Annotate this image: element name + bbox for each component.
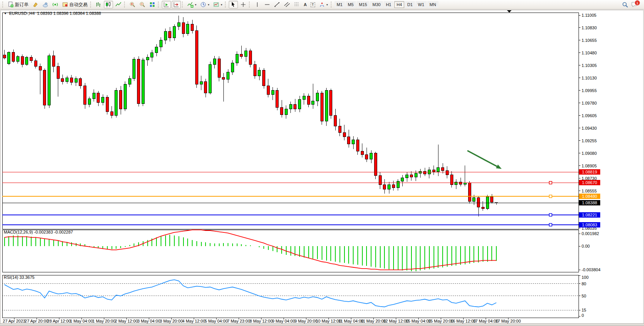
svg-text:1.08221: 1.08221 bbox=[582, 213, 597, 217]
chart-expander-icon[interactable]: ▼ bbox=[4, 12, 7, 15]
svg-text:1.10130: 1.10130 bbox=[582, 76, 597, 80]
toolbar-grip bbox=[225, 2, 227, 8]
text-label-icon: T bbox=[311, 2, 315, 7]
templates-button[interactable]: ▾ bbox=[212, 1, 224, 8]
zoom-out-button[interactable] bbox=[138, 1, 147, 8]
svg-text:8 May 12:00: 8 May 12:00 bbox=[250, 319, 273, 323]
horizontal-line-icon bbox=[264, 2, 270, 8]
crosshair-tool-button[interactable] bbox=[239, 1, 248, 8]
svg-text:1.10305: 1.10305 bbox=[582, 63, 597, 68]
indicators-icon bbox=[187, 2, 193, 8]
cursor-tool-button[interactable] bbox=[229, 1, 238, 8]
timeframe-m1-button[interactable]: M1 bbox=[335, 1, 345, 8]
svg-text:1.08555: 1.08555 bbox=[582, 189, 597, 193]
timeframe-w1-button[interactable]: W1 bbox=[416, 1, 427, 8]
pane-frames bbox=[0, 10, 643, 324]
new-order-button[interactable]: 新订单 bbox=[6, 1, 30, 8]
autotrading-icon bbox=[62, 2, 68, 8]
indicators-button[interactable]: ▾ bbox=[186, 1, 198, 8]
zoom-in-button[interactable] bbox=[128, 1, 137, 8]
tile-windows-button[interactable] bbox=[148, 1, 157, 8]
svg-text:80: 80 bbox=[582, 281, 586, 286]
svg-text:27 Apr 2023: 27 Apr 2023 bbox=[3, 319, 25, 323]
toolbar-grip bbox=[158, 2, 160, 8]
svg-text:17 May 20:00: 17 May 20:00 bbox=[496, 319, 521, 323]
bar-chart-button[interactable] bbox=[94, 1, 103, 8]
shapes-tool-button[interactable]: ▾ bbox=[317, 1, 330, 8]
svg-text:4 May 12:00: 4 May 12:00 bbox=[182, 319, 206, 323]
svg-text:1.09955: 1.09955 bbox=[582, 88, 597, 93]
search-icon[interactable] bbox=[622, 2, 628, 8]
signals-button[interactable] bbox=[51, 1, 60, 8]
hline-drag-handle[interactable] bbox=[549, 213, 552, 216]
svg-text:0: 0 bbox=[582, 313, 584, 318]
toolbar-right: 1 bbox=[622, 2, 642, 8]
timeframe-mn-button[interactable]: MN bbox=[427, 1, 438, 8]
line-chart-button[interactable] bbox=[114, 1, 123, 8]
toolbar-grip bbox=[2, 2, 4, 8]
zoom-in-icon bbox=[129, 2, 135, 8]
vertical-line-icon bbox=[254, 2, 260, 8]
svg-text:3 May 20:00: 3 May 20:00 bbox=[160, 319, 183, 323]
text-tool-button[interactable]: A bbox=[302, 1, 308, 8]
chart-shift-button[interactable] bbox=[172, 1, 181, 8]
timeframe-m5-button[interactable]: M5 bbox=[346, 1, 356, 8]
timeframe-h1-button[interactable]: H1 bbox=[384, 1, 394, 8]
trendline-tool-button[interactable] bbox=[273, 1, 282, 8]
timeframe-h4-button[interactable]: H4 bbox=[394, 1, 404, 8]
vertical-line-tool-button[interactable] bbox=[253, 1, 262, 8]
toolbar-grip bbox=[331, 2, 333, 8]
timeframe-m15-button[interactable]: M15 bbox=[357, 1, 369, 8]
svg-text:1.09080: 1.09080 bbox=[582, 151, 597, 156]
timeframe-m30-button[interactable]: M30 bbox=[370, 1, 383, 8]
notifications-button[interactable]: 1 bbox=[631, 2, 638, 8]
crosshair-icon bbox=[240, 2, 246, 8]
auto-scroll-icon bbox=[163, 2, 169, 8]
toolbar-group-zoom bbox=[123, 0, 157, 9]
svg-text:1.08730: 1.08730 bbox=[582, 176, 597, 181]
chart-shift-marker[interactable] bbox=[507, 10, 512, 13]
text-label-tool-button[interactable]: T bbox=[309, 1, 317, 8]
toolbar-group-chart-type bbox=[89, 0, 123, 9]
hline-drag-handle[interactable] bbox=[549, 181, 552, 184]
svg-text:0.00: 0.00 bbox=[582, 244, 590, 248]
dropdown-caret-icon: ▾ bbox=[221, 3, 222, 6]
signal-icon bbox=[52, 2, 58, 8]
highlight-button[interactable] bbox=[31, 1, 40, 8]
svg-text:1.08083: 1.08083 bbox=[582, 223, 597, 227]
line-chart-icon bbox=[115, 2, 121, 8]
equidistant-channel-tool-button[interactable] bbox=[282, 1, 292, 8]
candlestick-chart-button[interactable] bbox=[104, 1, 113, 8]
clock-icon bbox=[200, 2, 206, 8]
community-button[interactable] bbox=[41, 1, 50, 8]
svg-text:9 May 20:00: 9 May 20:00 bbox=[295, 319, 318, 323]
horizontal-line-tool-button[interactable] bbox=[263, 1, 272, 8]
hline-drag-handle[interactable] bbox=[549, 223, 552, 226]
cloud-user-icon bbox=[42, 2, 48, 8]
new-order-label: 新订单 bbox=[15, 2, 29, 8]
svg-text:1.09430: 1.09430 bbox=[582, 126, 597, 130]
svg-text:5 May 04:00: 5 May 04:00 bbox=[205, 319, 228, 323]
highlighter-icon bbox=[32, 2, 38, 8]
svg-text:15 May 20:00: 15 May 20:00 bbox=[428, 319, 454, 323]
timeframe-d1-button[interactable]: D1 bbox=[405, 1, 415, 8]
toolbar: 新订单 自动交易 bbox=[0, 0, 644, 10]
text-tool-icon: A bbox=[304, 2, 307, 8]
toolbar-grip bbox=[90, 2, 92, 8]
notification-badge: 1 bbox=[634, 0, 640, 6]
periods-button[interactable]: ▾ bbox=[199, 1, 211, 8]
price-chart-canvas[interactable]: 1.110051.108301.106551.104801.103051.101… bbox=[0, 0, 644, 326]
svg-text:10 May 12:00: 10 May 12:00 bbox=[316, 319, 341, 323]
svg-text:1.08388: 1.08388 bbox=[582, 200, 597, 205]
fibonacci-tool-button[interactable] bbox=[292, 1, 301, 8]
auto-scroll-button[interactable] bbox=[162, 1, 171, 8]
svg-text:1.09255: 1.09255 bbox=[582, 138, 597, 143]
autotrading-button[interactable]: 自动交易 bbox=[61, 1, 89, 8]
hline-drag-handle[interactable] bbox=[549, 195, 552, 198]
chart-title-symbol: EURUSD-,H4 bbox=[9, 11, 35, 16]
toolbar-group-timeframes: M1 M5 M15 M30 H1 H4 D1 W1 MN bbox=[330, 0, 439, 9]
svg-text:1.09605: 1.09605 bbox=[582, 113, 597, 118]
svg-text:-0.003804: -0.003804 bbox=[582, 267, 601, 272]
svg-text:15: 15 bbox=[582, 308, 586, 312]
template-icon bbox=[213, 2, 219, 8]
